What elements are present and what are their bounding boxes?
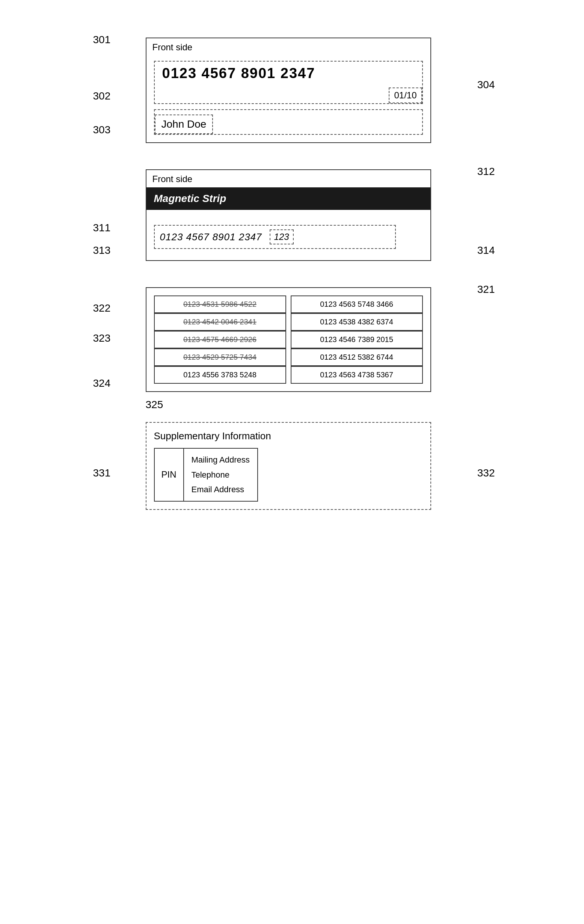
card-numbers-grid-wrapper: 0123 4531 5986 4522 0123 4542 0046 2341 … bbox=[146, 287, 431, 392]
ref-321: 321 bbox=[477, 284, 495, 295]
page: 301 302 303 304 Front side 0123 4567 890… bbox=[0, 0, 584, 924]
section4: 331 332 Supplementary Information PIN Ma… bbox=[86, 422, 499, 510]
section2: 312 311 313 314 Front side Magnetic Stri… bbox=[86, 169, 499, 261]
magnetic-strip: Magnetic Strip bbox=[147, 187, 431, 210]
ref-303: 303 bbox=[93, 124, 111, 136]
supp-info-line-1: Mailing Address bbox=[191, 452, 250, 467]
supp-outer-box: Supplementary Information PIN Mailing Ad… bbox=[146, 422, 431, 510]
pin-box: PIN bbox=[154, 448, 184, 502]
card-num-r1: 0123 4563 5748 3466 bbox=[291, 295, 423, 313]
ref-324: 324 bbox=[93, 377, 111, 389]
ref-331: 331 bbox=[93, 467, 111, 479]
front-card-box: Front side 0123 4567 8901 2347 01/10 Joh… bbox=[146, 38, 431, 143]
front-card-body: 0123 4567 8901 2347 01/10 John Doe bbox=[147, 56, 431, 142]
grid-col-left: 0123 4531 5986 4522 0123 4542 0046 2341 … bbox=[154, 295, 286, 384]
ref-304: 304 bbox=[477, 79, 495, 91]
card-num-l4: 0123 4529 5725 7434 bbox=[154, 348, 286, 366]
card-number-large: 0123 4567 8901 2347 bbox=[155, 61, 422, 85]
card-num-l3: 0123 4575 4669 2926 bbox=[154, 331, 286, 348]
ref-325: 325 bbox=[146, 399, 163, 411]
ref-322: 322 bbox=[93, 302, 111, 314]
ref-302: 302 bbox=[93, 90, 111, 102]
expiry-row: 01/10 bbox=[155, 85, 422, 103]
section3: 321 322 323 324 325 0123 4531 5986 4522 … bbox=[86, 287, 499, 392]
back-card-title: Front side bbox=[147, 170, 431, 187]
ref-311: 311 bbox=[93, 222, 111, 234]
back-card-number: 0123 4567 8901 2347 bbox=[160, 231, 262, 243]
card-num-r2: 0123 4538 4382 6374 bbox=[291, 313, 423, 331]
supp-inner: PIN Mailing Address Telephone Email Addr… bbox=[154, 448, 423, 502]
back-card: Front side Magnetic Strip 0123 4567 8901… bbox=[146, 169, 431, 261]
ref-332: 332 bbox=[477, 467, 495, 479]
ref-314: 314 bbox=[477, 244, 495, 256]
ref-323: 323 bbox=[93, 332, 111, 344]
card-num-r5: 0123 4563 4738 5367 bbox=[291, 366, 423, 384]
card-num-r3: 0123 4546 7389 2015 bbox=[291, 331, 423, 348]
card-num-r4: 0123 4512 5382 6744 bbox=[291, 348, 423, 366]
supp-title: Supplementary Information bbox=[154, 430, 423, 442]
ref-312: 312 bbox=[477, 166, 495, 178]
card-number-region: 0123 4567 8901 2347 01/10 bbox=[154, 61, 423, 104]
supp-info-line-2: Telephone bbox=[191, 467, 250, 482]
supp-info-wrapper: Supplementary Information PIN Mailing Ad… bbox=[146, 422, 431, 510]
card-num-l1: 0123 4531 5986 4522 bbox=[154, 295, 286, 313]
front-card: Front side 0123 4567 8901 2347 01/10 Joh… bbox=[146, 38, 431, 143]
front-card-title: Front side bbox=[147, 38, 431, 56]
supp-info-box: Mailing Address Telephone Email Address bbox=[184, 448, 258, 502]
grid-card-box: 0123 4531 5986 4522 0123 4542 0046 2341 … bbox=[146, 287, 431, 392]
back-card-box: Front side Magnetic Strip 0123 4567 8901… bbox=[146, 169, 431, 261]
expiry-box: 01/10 bbox=[389, 87, 422, 103]
cardholder-name: John Doe bbox=[155, 114, 213, 134]
back-dashed-region: 0123 4567 8901 2347 123 bbox=[154, 225, 396, 249]
back-card-body: 0123 4567 8901 2347 123 bbox=[147, 210, 431, 260]
ref-313: 313 bbox=[93, 244, 111, 256]
card-num-l5: 0123 4556 3783 5248 bbox=[154, 366, 286, 384]
cvv-box: 123 bbox=[270, 229, 294, 244]
name-region: John Doe bbox=[154, 109, 423, 135]
card-numbers-grid: 0123 4531 5986 4522 0123 4542 0046 2341 … bbox=[154, 295, 423, 384]
card-num-l2: 0123 4542 0046 2341 bbox=[154, 313, 286, 331]
grid-col-right: 0123 4563 5748 3466 0123 4538 4382 6374 … bbox=[291, 295, 423, 384]
ref-301: 301 bbox=[93, 34, 111, 46]
section1: 301 302 303 304 Front side 0123 4567 890… bbox=[86, 38, 499, 143]
supp-info-line-3: Email Address bbox=[191, 482, 250, 497]
